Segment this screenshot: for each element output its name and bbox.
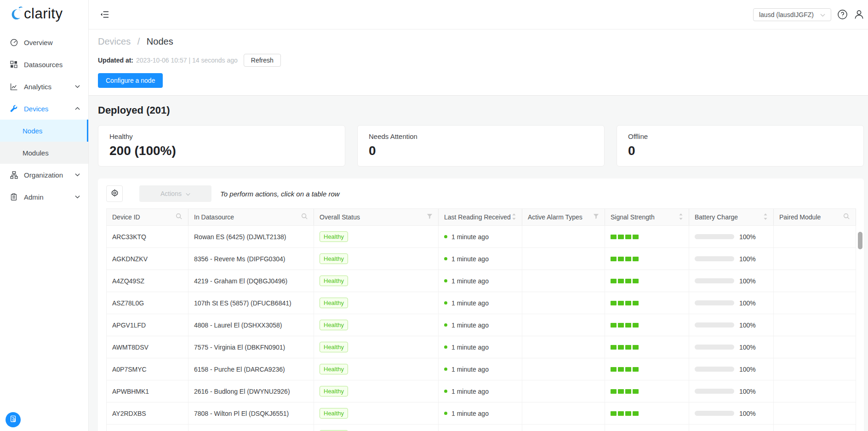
online-dot-icon bbox=[444, 235, 447, 238]
cell-alarm-types bbox=[522, 425, 605, 431]
table-row[interactable]: APWBHMK12616 - Budlong El (DWYNU2926)Hea… bbox=[107, 380, 856, 402]
search-icon[interactable] bbox=[301, 213, 308, 221]
user-icon[interactable] bbox=[854, 9, 864, 20]
sidebar-collapse-button[interactable] bbox=[100, 11, 109, 18]
table-row[interactable]: AY2RDXBS7808 - Wilton Pl El (DSQKJ6551)H… bbox=[107, 402, 856, 425]
sidebar-item-nodes[interactable]: Nodes bbox=[0, 120, 88, 142]
cell-last-reading: 1 minute ago bbox=[439, 358, 522, 380]
sidebar-item-analytics[interactable]: Analytics bbox=[0, 75, 88, 98]
cell-paired-module bbox=[774, 292, 856, 314]
status-badge: Healthy bbox=[320, 386, 348, 397]
sort-icon[interactable] bbox=[763, 213, 768, 222]
column-header-signal-strength[interactable]: Signal Strength bbox=[605, 209, 689, 225]
cell-battery-charge: 100% bbox=[689, 270, 774, 292]
org-selector[interactable]: lausd (lausdIJGFZ) bbox=[753, 8, 831, 21]
cell-device-id: A4ZQ49SZ bbox=[107, 270, 188, 292]
battery-bar bbox=[695, 234, 734, 239]
stat-card-needs-attention: Needs Attention 0 bbox=[357, 125, 605, 167]
actions-button[interactable]: Actions bbox=[139, 185, 211, 202]
cell-paired-module bbox=[774, 425, 856, 431]
sort-icon[interactable] bbox=[679, 213, 683, 222]
table-toolbar: Actions To perform actions, click on a t… bbox=[106, 185, 864, 202]
cell-device-id: APGV1LFD bbox=[107, 314, 188, 336]
table-row[interactable]: A0TPLKYL42nd St ES (3959) (DRXWA5919)Hea… bbox=[107, 425, 856, 431]
table-row[interactable]: AWMT8DSV7575 - Virginia El (DBKFN0901)He… bbox=[107, 336, 856, 358]
cell-battery-charge: 100% bbox=[689, 314, 774, 336]
breadcrumb-devices[interactable]: Devices bbox=[98, 36, 131, 46]
table-row[interactable]: A4ZQ49SZ4219 - Graham El (DQBGJ0496)Heal… bbox=[107, 270, 856, 292]
table-scrollbar-thumb[interactable] bbox=[858, 232, 862, 249]
cell-paired-module bbox=[774, 358, 856, 380]
cell-last-reading: 1 minute ago bbox=[439, 248, 522, 270]
cell-signal-strength bbox=[605, 226, 689, 247]
sidebar-item-admin[interactable]: Admin bbox=[0, 186, 88, 208]
table-row[interactable]: APGV1LFD4808 - Laurel El (DSHXX3058)Heal… bbox=[107, 314, 856, 336]
status-badge: Healthy bbox=[320, 342, 348, 352]
column-header-device-id[interactable]: Device ID bbox=[107, 209, 188, 225]
chevron-down-icon bbox=[186, 190, 190, 197]
column-header-last-reading-received[interactable]: Last Reading Received bbox=[439, 209, 522, 225]
online-dot-icon bbox=[444, 323, 447, 327]
stat-card-offline: Offline 0 bbox=[617, 125, 864, 167]
cell-datasource: 4808 - Laurel El (DSHXX3058) bbox=[188, 314, 314, 336]
signal-strength-bars bbox=[611, 389, 639, 394]
section-title: Deployed (201) bbox=[98, 104, 864, 116]
sidebar-item-overview[interactable]: Overview bbox=[0, 31, 88, 53]
cell-paired-module bbox=[774, 270, 856, 292]
signal-strength-bars bbox=[611, 257, 639, 261]
help-icon[interactable] bbox=[837, 9, 848, 20]
deployed-section: Deployed (201) Healthy 200 (100%) Needs … bbox=[89, 95, 868, 431]
battery-bar bbox=[695, 256, 734, 261]
page-head: Devices / Nodes Updated at: 2023-10-06 1… bbox=[89, 29, 868, 95]
table-settings-button[interactable] bbox=[106, 185, 123, 202]
cell-device-id: A0P7SMYC bbox=[107, 358, 188, 380]
stat-cards: Healthy 200 (100%) Needs Attention 0 Off… bbox=[98, 125, 864, 167]
cell-battery-charge: 100% bbox=[689, 336, 774, 358]
topbar: lausd (lausdIJGFZ) bbox=[89, 0, 868, 29]
sidebar-item-modules[interactable]: Modules bbox=[0, 142, 88, 164]
cell-alarm-types bbox=[522, 248, 605, 270]
cell-paired-module bbox=[774, 226, 856, 247]
floating-report-button[interactable] bbox=[6, 412, 21, 427]
wrench-icon bbox=[10, 104, 18, 113]
sidebar: clarity Overview Datasources Analytics bbox=[0, 0, 89, 431]
filter-icon[interactable] bbox=[593, 213, 599, 221]
configure-node-button[interactable]: Configure a node bbox=[98, 73, 163, 88]
sidebar-item-datasources[interactable]: Datasources bbox=[0, 53, 88, 75]
cell-last-reading: 1 minute ago bbox=[439, 292, 522, 314]
table-row[interactable]: ASZ78L0G107th St ES (5857) (DFUCB6841)He… bbox=[107, 292, 856, 314]
column-header-in-datasource[interactable]: In Datasource bbox=[188, 209, 314, 225]
cell-last-reading: 1 minute ago bbox=[439, 402, 522, 424]
online-dot-icon bbox=[444, 257, 447, 260]
column-header-battery-charge[interactable]: Battery Charge bbox=[689, 209, 774, 225]
online-dot-icon bbox=[444, 390, 447, 393]
search-icon[interactable] bbox=[176, 213, 183, 221]
breadcrumb: Devices / Nodes bbox=[98, 36, 859, 47]
filter-icon[interactable] bbox=[427, 213, 433, 221]
cell-status: Healthy bbox=[314, 402, 439, 424]
cell-status: Healthy bbox=[314, 336, 439, 358]
cell-paired-module bbox=[774, 402, 856, 424]
cell-datasource: 4219 - Graham El (DQBGJ0496) bbox=[188, 270, 314, 292]
table-row[interactable]: AGKDNZKV8356 - Revere Ms (DIPFG0304)Heal… bbox=[107, 248, 856, 270]
sidebar-item-organization[interactable]: Organization bbox=[0, 164, 88, 186]
table-row[interactable]: ARC33KTQRowan ES (6425) (DJWLT2138)Healt… bbox=[107, 226, 856, 248]
stat-card-healthy: Healthy 200 (100%) bbox=[98, 125, 345, 167]
sort-icon[interactable] bbox=[512, 213, 516, 222]
column-header-overall-status[interactable]: Overall Status bbox=[314, 209, 439, 225]
page-content: Devices / Nodes Updated at: 2023-10-06 1… bbox=[89, 29, 868, 431]
cell-device-id: APWBHMK1 bbox=[107, 380, 188, 402]
cell-datasource: 107th St ES (5857) (DFUCB6841) bbox=[188, 292, 314, 314]
refresh-button[interactable]: Refresh bbox=[244, 54, 281, 67]
sidebar-item-devices[interactable]: Devices bbox=[0, 98, 88, 120]
cell-status: Healthy bbox=[314, 358, 439, 380]
column-header-active-alarm-types[interactable]: Active Alarm Types bbox=[522, 209, 605, 225]
main-area: lausd (lausdIJGFZ) Devices / Nodes bbox=[89, 0, 868, 431]
cell-status: Healthy bbox=[314, 380, 439, 402]
search-icon[interactable] bbox=[843, 213, 850, 221]
chevron-down-icon bbox=[75, 173, 80, 177]
column-header-paired-module[interactable]: Paired Module bbox=[774, 209, 856, 225]
brand-name: clarity bbox=[24, 6, 63, 22]
table-row[interactable]: A0P7SMYC6158 - Purche El (DARCA9236)Heal… bbox=[107, 358, 856, 380]
status-badge: Healthy bbox=[320, 364, 348, 374]
